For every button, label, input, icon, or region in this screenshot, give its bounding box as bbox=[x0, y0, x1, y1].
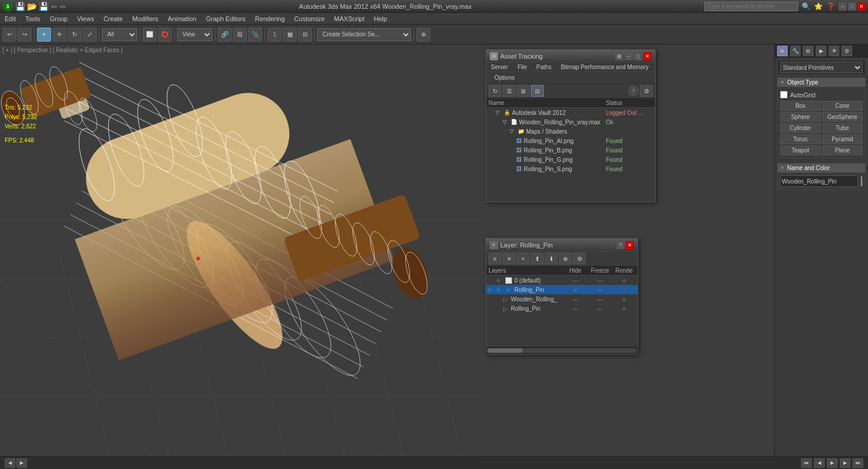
asset-options-menu[interactable]: Options bbox=[490, 73, 652, 82]
status-next-button[interactable]: ▶ bbox=[16, 458, 27, 468]
selection-set[interactable]: Create Selection Se... bbox=[317, 28, 411, 41]
select-rect-button[interactable]: ⬜ bbox=[143, 28, 157, 42]
rp-motion-button[interactable]: ▶ bbox=[816, 46, 826, 56]
layer-row-rolling-pin-child[interactable]: ▷ Rolling_Pin --- --- ■ bbox=[486, 304, 638, 313]
asset-maps-folder-row[interactable]: ▽ 📁 Maps / Shaders bbox=[486, 127, 655, 136]
asset-server-menu[interactable]: Server bbox=[486, 63, 513, 72]
color-swatch[interactable] bbox=[860, 176, 863, 186]
move-button[interactable]: ✛ bbox=[52, 28, 66, 42]
layer-add-btn[interactable]: + bbox=[517, 253, 530, 264]
rotate-button[interactable]: ↻ bbox=[67, 28, 82, 42]
layer-row-wooden[interactable]: ▷ Wooden_Rolling_ --- --- ■ bbox=[486, 294, 638, 304]
name-color-collapse-icon[interactable]: ▼ bbox=[780, 165, 785, 171]
menu-rendering[interactable]: Rendering bbox=[250, 14, 290, 23]
play-button[interactable]: ⏮ bbox=[801, 458, 812, 468]
view-select[interactable]: View bbox=[177, 28, 212, 41]
rp-hierarchy-button[interactable]: ⊞ bbox=[803, 46, 813, 56]
minimize-button[interactable]: − bbox=[839, 2, 847, 11]
asset-file-row[interactable]: ▽ 📄 Wooden_Rolling_Pin_vray.max Ok bbox=[486, 117, 655, 127]
asset-file-menu[interactable]: File bbox=[513, 63, 531, 72]
teapot-button[interactable]: Teapot bbox=[780, 145, 821, 155]
rp-modify-button[interactable]: 🔧 bbox=[790, 46, 801, 56]
prev-frame-button[interactable]: ◀ bbox=[814, 458, 825, 468]
layer-close-button[interactable]: ✕ bbox=[626, 241, 634, 249]
close-button[interactable]: ✕ bbox=[857, 2, 866, 11]
undo-button[interactable]: ↩ bbox=[2, 28, 16, 42]
menu-graph-editors[interactable]: Graph Editors bbox=[201, 14, 250, 23]
align-button[interactable]: ⊟ bbox=[298, 28, 312, 42]
menu-animation[interactable]: Animation bbox=[163, 14, 201, 23]
menu-edit[interactable]: Edit bbox=[0, 14, 21, 23]
primitives-type-select[interactable]: Standard Primitives bbox=[780, 62, 863, 73]
layer-scrollbar-track[interactable] bbox=[487, 348, 636, 353]
rp-create-button[interactable]: ⊕ bbox=[777, 46, 788, 56]
layer-merge-btn[interactable]: ⊕ bbox=[559, 253, 572, 264]
layer-scrollbar-thumb[interactable] bbox=[487, 348, 523, 353]
layer-row-default[interactable]: ≡ ⬜ 0 (default) --- --- ■ bbox=[486, 276, 638, 285]
asset-settings-button[interactable]: ⚙ bbox=[640, 85, 653, 97]
asset-png-row-2[interactable]: 🖼 Rolling_Pin_G.png Found bbox=[486, 155, 655, 164]
menu-customize[interactable]: Customize bbox=[290, 14, 330, 23]
asset-png-row-3[interactable]: 🖼 Rolling_Pin_S.png Found bbox=[486, 164, 655, 174]
plane-button[interactable]: Plane bbox=[822, 145, 863, 155]
asset-thumb-button[interactable]: ⊞ bbox=[517, 85, 530, 97]
menu-tools[interactable]: Tools bbox=[21, 14, 45, 23]
layer-help-button[interactable]: ? bbox=[616, 241, 625, 249]
autogrid-checkbox[interactable] bbox=[780, 91, 788, 98]
geosphere-button[interactable]: GeoSphere bbox=[822, 112, 863, 122]
torus-button[interactable]: Torus bbox=[780, 134, 821, 144]
object-type-collapse-icon[interactable]: ▼ bbox=[780, 80, 785, 85]
layer-row-rolling-pin[interactable]: ▷ ≡ ✓ Rolling_Pin ✓ --- ■ bbox=[486, 285, 638, 294]
named-sel-button[interactable]: ⊕ bbox=[416, 28, 430, 42]
select-circle-button[interactable]: ⭕ bbox=[158, 28, 172, 42]
asset-table-button[interactable]: ⊟ bbox=[531, 85, 544, 97]
search-input[interactable] bbox=[704, 2, 798, 11]
rp-display-button[interactable]: 👁 bbox=[829, 46, 839, 56]
menu-modifiers[interactable]: Modifiers bbox=[127, 14, 163, 23]
sphere-button[interactable]: Sphere bbox=[780, 112, 821, 122]
layer-move-down-btn[interactable]: ⬇ bbox=[545, 253, 558, 264]
object-name-input[interactable] bbox=[780, 175, 858, 187]
asset-minimize-button[interactable]: − bbox=[625, 52, 633, 60]
cone-button[interactable]: Cone bbox=[822, 101, 863, 111]
viewport[interactable]: [ + ] [ Perspective ] [ Realistic + Edge… bbox=[0, 45, 774, 456]
asset-pin-button[interactable]: ⊞ bbox=[615, 52, 623, 60]
status-prev-button[interactable]: ◀ bbox=[5, 458, 15, 468]
layer-move-up-btn[interactable]: ⬆ bbox=[531, 253, 544, 264]
play-anim-button[interactable]: ▶ bbox=[827, 458, 838, 468]
bind-button[interactable]: 📎 bbox=[248, 28, 262, 42]
layer-settings-btn[interactable]: ⚙ bbox=[573, 253, 586, 264]
selection-filter[interactable]: All bbox=[102, 28, 137, 41]
tube-button[interactable]: Tube bbox=[822, 123, 863, 133]
scale-button[interactable]: ⤢ bbox=[83, 28, 97, 42]
asset-help-button[interactable]: ? bbox=[628, 86, 639, 96]
asset-bitmap-menu[interactable]: Bitmap Performance and Memory bbox=[556, 63, 653, 72]
layer-icon-btn[interactable]: ≡ bbox=[489, 253, 501, 264]
asset-close-button[interactable]: ✕ bbox=[643, 52, 652, 60]
menu-help[interactable]: Help bbox=[369, 14, 392, 23]
asset-png-row-1[interactable]: 🖼 Rolling_Pin_B.png Found bbox=[486, 145, 655, 155]
asset-refresh-button[interactable]: ↻ bbox=[489, 85, 501, 97]
unlink-button[interactable]: ⛓ bbox=[233, 28, 247, 42]
menu-group[interactable]: Group bbox=[45, 14, 73, 23]
array-button[interactable]: ▦ bbox=[283, 28, 297, 42]
cylinder-button[interactable]: Cylinder bbox=[780, 123, 821, 133]
layer-delete-btn[interactable]: ✕ bbox=[503, 253, 516, 264]
select-button[interactable]: ✦ bbox=[37, 28, 51, 42]
next-frame-button[interactable]: ▶ bbox=[840, 458, 850, 468]
layer-scrollbar[interactable] bbox=[486, 346, 638, 354]
menu-maxscript[interactable]: MAXScript bbox=[330, 14, 369, 23]
asset-maximize-button[interactable]: □ bbox=[634, 52, 642, 60]
mirror-button[interactable]: ⤵ bbox=[267, 28, 282, 42]
menu-views[interactable]: Views bbox=[72, 14, 99, 23]
redo-button[interactable]: ↪ bbox=[18, 28, 32, 42]
pyramid-button[interactable]: Pyramid bbox=[822, 134, 863, 144]
asset-png-row-0[interactable]: 🖼 Rolling_Pin_AI.png Found bbox=[486, 136, 655, 145]
asset-vault-row[interactable]: ▽ 🔒 Autodesk Vault 2012 Logged Out ... bbox=[486, 108, 655, 117]
end-frame-button[interactable]: ⏭ bbox=[853, 458, 863, 468]
rp-utilities-button[interactable]: ⚙ bbox=[842, 46, 852, 56]
box-button[interactable]: Box bbox=[780, 101, 821, 111]
menu-create[interactable]: Create bbox=[99, 14, 127, 23]
asset-list-button[interactable]: ☰ bbox=[503, 85, 516, 97]
asset-paths-menu[interactable]: Paths bbox=[532, 63, 557, 72]
